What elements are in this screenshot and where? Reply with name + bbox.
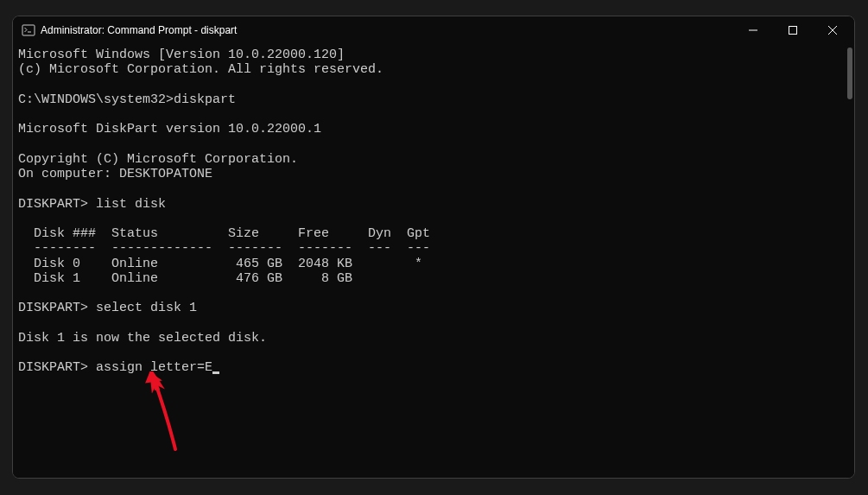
- terminal-text: Microsoft Windows [Version 10.0.22000.12…: [18, 48, 430, 375]
- terminal-window: Administrator: Command Prompt - diskpart…: [12, 16, 855, 479]
- svg-rect-0: [22, 25, 35, 35]
- titlebar[interactable]: Administrator: Command Prompt - diskpart: [13, 16, 854, 44]
- maximize-button[interactable]: [773, 16, 813, 44]
- terminal-icon: [22, 23, 35, 37]
- scrollbar-thumb[interactable]: [847, 48, 852, 99]
- terminal-output[interactable]: Microsoft Windows [Version 10.0.22000.12…: [13, 44, 854, 478]
- minimize-button[interactable]: [733, 16, 773, 44]
- text-cursor: [212, 371, 219, 374]
- svg-rect-3: [789, 27, 797, 35]
- close-button[interactable]: [813, 16, 852, 44]
- window-title: Administrator: Command Prompt - diskpart: [41, 24, 733, 36]
- window-controls: [733, 16, 852, 44]
